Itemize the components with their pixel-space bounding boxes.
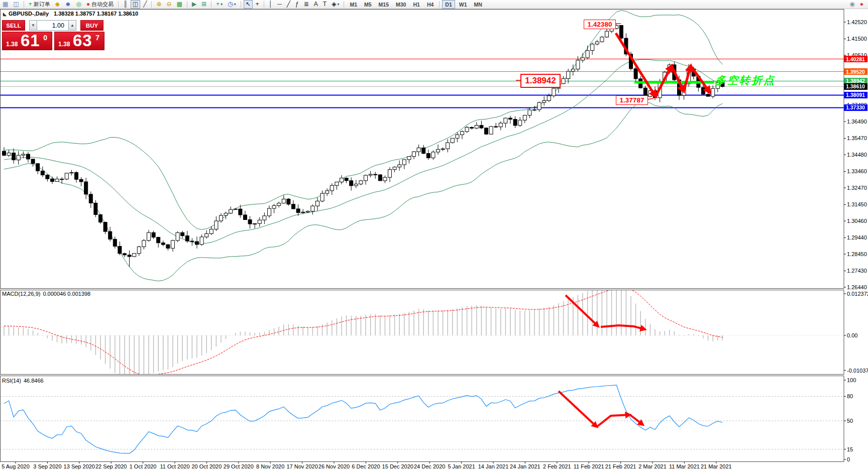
svg-text:1.34480: 1.34480 [847, 152, 867, 158]
chevron-down-icon: ▾ [337, 2, 339, 7]
rsi-value: 46.8466 [24, 378, 44, 384]
bar-chart-type-icon: ║ [123, 1, 128, 8]
time-axis-label: 14 Jan 2021 [478, 463, 509, 469]
sell-price-digits: 61 [21, 31, 40, 50]
zoom-window-icon-icon: ◫ [13, 1, 19, 8]
time-axis-label: 17 Nov 2020 [286, 463, 317, 469]
bar-chart-type-button[interactable]: ║ [121, 0, 130, 9]
crosshair-button[interactable]: + [254, 0, 261, 9]
shapes-dropdown[interactable]: ◈▾ [330, 0, 341, 9]
text-button[interactable]: A [312, 0, 320, 9]
timeframe-button-h1[interactable]: H1 [410, 0, 422, 9]
time-axis-label: 24 Dec 2020 [414, 463, 445, 469]
rsi-indicator-label: RSI(14)46.8466 [2, 378, 46, 384]
volume-input[interactable]: 1.00 [37, 20, 68, 31]
chart-play-icon: ▶ [192, 1, 196, 8]
time-axis-label: 1 Oct 2020 [130, 463, 157, 469]
auto-trading-button-label: 自动交易 [91, 1, 114, 8]
tile-windows-button[interactable]: ▦ [175, 0, 184, 9]
chart-window-icon-icon: ▦ [3, 1, 8, 8]
svg-text:50: 50 [847, 418, 853, 424]
buy-button[interactable]: BUY [80, 20, 103, 31]
line-chart-type-button[interactable]: ╱ [141, 0, 149, 9]
timeframe-button-h4[interactable]: H4 [424, 0, 437, 9]
svg-text:-0.010374: -0.010374 [847, 368, 868, 374]
zoom-in-button[interactable]: ⊕ [154, 0, 163, 9]
timeframe-button-m15[interactable]: M15 [376, 0, 392, 9]
pivot-price-label[interactable]: 1.38942 [520, 74, 561, 88]
candles [3, 25, 724, 267]
chart-window-icon[interactable]: ▦ [1, 0, 10, 9]
volume-decrease-button[interactable]: ▼ [29, 20, 37, 31]
svg-text:0.012372: 0.012372 [847, 291, 868, 297]
buy-price-pipette: 7 [95, 34, 99, 42]
timeframe-button-m1[interactable]: M1 [347, 0, 360, 9]
eraser-icon[interactable]: ◆ [53, 0, 62, 9]
high-price-label[interactable]: 1.42380 [584, 20, 616, 29]
trendline-button[interactable]: ╱ [285, 0, 292, 9]
svg-text:1.39520: 1.39520 [846, 69, 865, 75]
vertical-line-button[interactable]: │ [267, 0, 275, 9]
time-axis-label: 11 Oct 2020 [160, 463, 189, 469]
chart-ohlc-values: 1.38328 1.38757 1.38167 1.38610 [54, 11, 138, 17]
auto-trading-button[interactable]: ●自动交易 [84, 0, 116, 9]
timeframe-button-m5[interactable]: M5 [361, 0, 375, 9]
zoom-out-button[interactable]: ⊖ [164, 0, 173, 9]
pivot-note-text[interactable]: 多空转折点 [715, 73, 776, 87]
timeframe-button-w1[interactable]: W1 [456, 0, 470, 9]
sell-button[interactable]: SELL [2, 20, 25, 31]
sell-price-button[interactable]: 1.38 61 0 [2, 32, 52, 50]
chart-title: ◣GBPUSD-,Daily1.38328 1.38757 1.38167 1.… [3, 11, 138, 17]
timeframe-button-m30[interactable]: M30 [393, 0, 409, 9]
svg-text:1.38610: 1.38610 [846, 83, 865, 89]
new-order-button[interactable]: +新订单 [27, 0, 52, 9]
macd-values: 0.000046 0.001398 [43, 291, 90, 297]
chart-symbol-icon: ◣ [3, 12, 7, 17]
community-icon[interactable]: ☻ [63, 0, 73, 9]
time-axis-label: 20 Oct 2020 [191, 463, 222, 469]
svg-text:15: 15 [847, 446, 853, 452]
chart-canvas[interactable]: 1.425201.415001.405101.374801.364901.354… [0, 0, 868, 473]
volume-increase-button[interactable]: ▲ [68, 20, 76, 31]
low-price-label[interactable]: 1.37787 [616, 95, 648, 105]
timeframe-button-d1[interactable]: D1 [442, 0, 455, 9]
period-dropdown[interactable]: ◷▾ [226, 0, 238, 9]
label-button[interactable]: T [321, 0, 329, 9]
candlestick-type-button[interactable]: ◫ [131, 0, 140, 9]
zoom-out-icon: ⊖ [166, 1, 171, 8]
macd-name: MACD(12,26,9) [2, 291, 40, 297]
zoom-window-icon[interactable]: ◫ [11, 0, 21, 9]
svg-text:1.28450: 1.28450 [847, 251, 867, 257]
new-order-icon: + [29, 1, 32, 8]
time-axis-label: 26 Nov 2020 [318, 463, 350, 469]
rsi-name: RSI(14) [2, 378, 21, 384]
alert-icon[interactable]: ● [858, 0, 865, 9]
indicators-icon: + [216, 1, 220, 8]
crosshair-icon: + [256, 1, 259, 8]
grid-button[interactable]: ≣ [302, 0, 311, 9]
timeframe-button-mn[interactable]: MN [471, 0, 485, 9]
horizontal-line-button[interactable]: ─ [275, 0, 284, 9]
time-axis-label: 22 Sep 2020 [95, 463, 127, 469]
chart-shift-icon-icon: ◉ [849, 1, 854, 8]
fibonacci-button[interactable]: ƒ [293, 0, 301, 9]
buy-price-button[interactable]: 1.38 63 7 [54, 32, 104, 50]
svg-text:1.27430: 1.27430 [847, 268, 867, 274]
svg-text:80: 80 [847, 393, 853, 399]
toolbar-separator [241, 1, 241, 8]
time-axis-label: 11 Mar 2021 [669, 463, 700, 469]
indicators-dropdown[interactable]: +▾ [214, 0, 225, 9]
sell-price-pipette: 0 [43, 34, 47, 42]
time-axis-label: 2 Feb 2021 [543, 463, 571, 469]
cursor-button[interactable]: ↖ [244, 0, 253, 9]
rsi-pane [0, 385, 844, 453]
chart-shift-icon[interactable]: ◉ [847, 0, 856, 9]
zoom-in-icon: ⊕ [156, 1, 161, 8]
buy-price-digits: 63 [73, 31, 92, 50]
time-axis-label: 13 Sep 2020 [64, 463, 95, 469]
chart-play-button[interactable]: ▶ [190, 0, 198, 9]
svg-text:1.40281: 1.40281 [846, 56, 865, 62]
new-order-button-label: 新订单 [34, 1, 50, 8]
chart-add-button[interactable]: ⊞ [199, 0, 208, 9]
sounds-icon[interactable]: ◎ [74, 0, 83, 9]
